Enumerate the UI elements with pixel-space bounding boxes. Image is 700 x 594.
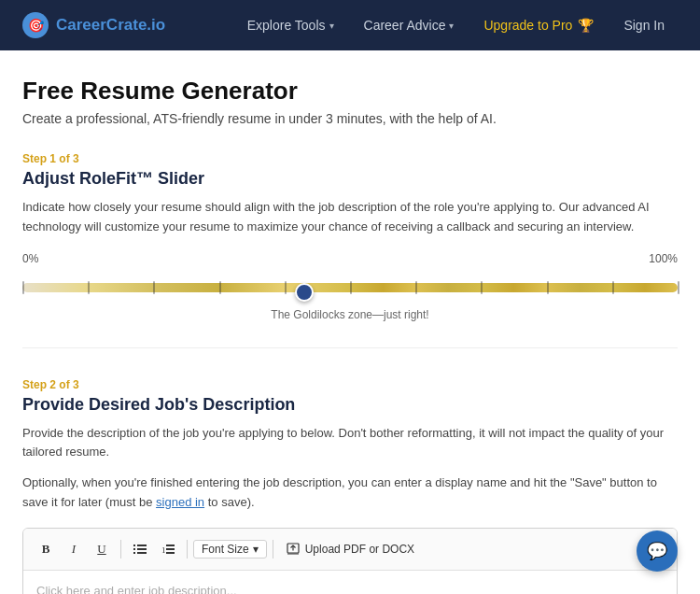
svg-rect-2 [133, 548, 135, 550]
step2-title: Provide Desired Job's Description [22, 395, 678, 415]
tick-2 [153, 281, 155, 294]
tick-10 [678, 281, 679, 294]
chat-fab[interactable]: 💬 [637, 530, 678, 572]
slider-range-labels: 0% 100% [22, 252, 678, 265]
list-ordered-icon: 1. [161, 543, 175, 556]
career-advice-chevron-icon: ▾ [449, 21, 454, 31]
step2-label: Step 2 of 3 [22, 378, 678, 391]
svg-rect-4 [133, 552, 135, 554]
editor-toolbar: B I U 1. [23, 529, 677, 571]
page-subtitle: Create a professional, ATS-friendly resu… [22, 111, 678, 126]
brand-name: CareerCrate.io [56, 16, 165, 35]
font-size-dropdown[interactable]: Font Size ▾ [193, 540, 267, 559]
brand-logo[interactable]: 🎯 CareerCrate.io [22, 12, 165, 38]
editor-placeholder: Click here and enter job description... [36, 584, 237, 594]
tick-7 [481, 281, 483, 294]
tick-0 [22, 281, 24, 294]
optional-after: to save). [204, 495, 254, 509]
toolbar-divider-3 [273, 540, 273, 559]
trophy-icon: 🏆 [578, 18, 594, 33]
logo-icon: 🎯 [22, 12, 49, 38]
nav-items: Explore Tools ▾ Career Advice ▾ Upgrade … [234, 10, 678, 40]
list-unordered-icon [133, 543, 147, 556]
svg-rect-8 [166, 548, 175, 550]
font-size-chevron-icon: ▾ [253, 543, 259, 556]
step2-description: Provide the description of the job you'r… [22, 424, 678, 463]
step1-section: Step 1 of 3 Adjust RoleFit™ Slider Indic… [22, 152, 678, 348]
chat-icon: 💬 [647, 541, 667, 561]
svg-rect-1 [137, 544, 147, 546]
upgrade-nav[interactable]: Upgrade to Pro 🏆 [470, 10, 607, 40]
step1-title: Adjust RoleFit™ Slider [22, 169, 678, 189]
explore-tools-chevron-icon: ▾ [329, 21, 334, 31]
tick-5 [350, 281, 352, 294]
toolbar-divider-2 [187, 540, 188, 559]
slider-min-label: 0% [22, 252, 38, 265]
tick-1 [88, 281, 90, 294]
editor-container: B I U 1. [22, 528, 678, 594]
slider-max-label: 100% [649, 252, 678, 265]
tick-3 [219, 281, 221, 294]
slider-tick-marks [22, 283, 678, 292]
svg-rect-0 [133, 544, 135, 546]
svg-rect-3 [137, 548, 147, 550]
step1-description: Indicate how closely your resume should … [22, 198, 678, 237]
unordered-list-button[interactable] [127, 536, 153, 562]
svg-rect-9 [166, 552, 175, 554]
underline-button[interactable]: U [89, 536, 115, 562]
step2-section: Step 2 of 3 Provide Desired Job's Descri… [22, 378, 678, 594]
slider-container[interactable] [22, 273, 678, 303]
tick-6 [415, 281, 417, 294]
upload-button[interactable]: Upload PDF or DOCX [279, 539, 422, 559]
navbar: 🎯 CareerCrate.io Explore Tools ▾ Career … [0, 0, 700, 50]
step1-label: Step 1 of 3 [22, 152, 678, 165]
slider-track [22, 283, 678, 292]
upload-label: Upload PDF or DOCX [305, 543, 414, 556]
main-content: Free Resume Generator Create a professio… [0, 50, 700, 594]
font-size-label: Font Size [202, 543, 249, 556]
step2-optional: Optionally, when you're finished enterin… [22, 474, 678, 513]
goldilocks-label: The Goldilocks zone—just right! [22, 308, 678, 321]
signed-in-link[interactable]: signed in [156, 495, 204, 509]
toolbar-divider-1 [120, 540, 121, 559]
slider-thumb[interactable] [295, 283, 314, 302]
svg-rect-7 [166, 544, 175, 546]
page-title: Free Resume Generator [22, 77, 678, 106]
editor-body[interactable]: Click here and enter job description... [23, 571, 677, 594]
svg-rect-5 [137, 552, 147, 554]
italic-button[interactable]: I [61, 536, 87, 562]
bold-button[interactable]: B [33, 536, 59, 562]
tick-8 [547, 281, 549, 294]
tick-9 [612, 281, 614, 294]
explore-tools-nav[interactable]: Explore Tools ▾ [234, 10, 347, 40]
signin-nav[interactable]: Sign In [610, 10, 678, 40]
tick-4 [285, 281, 287, 294]
upload-icon [287, 543, 300, 556]
optional-before: Optionally, when you're finished enterin… [22, 475, 657, 509]
career-advice-nav[interactable]: Career Advice ▾ [351, 10, 468, 40]
ordered-list-button[interactable]: 1. [155, 536, 181, 562]
